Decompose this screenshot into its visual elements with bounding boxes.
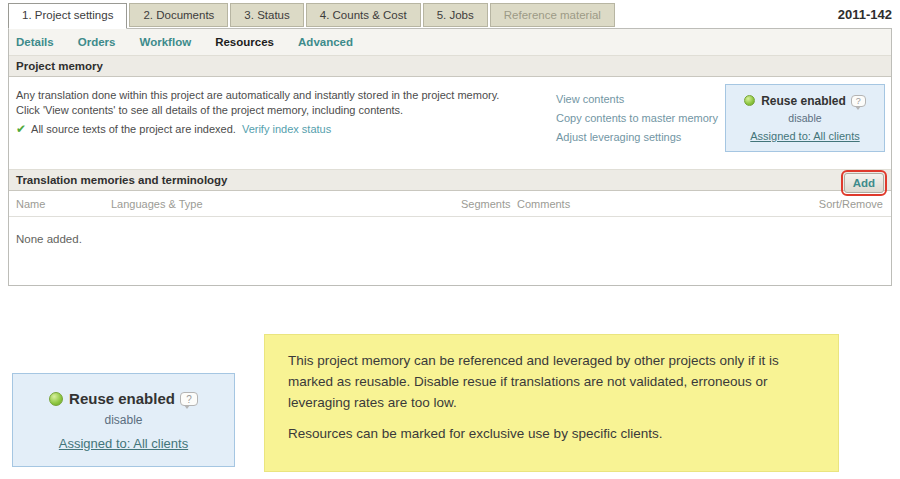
column-comments: Comments — [517, 198, 803, 210]
description-line-2: Click 'View contents' to see all details… — [16, 103, 524, 118]
tab-counts-cost[interactable]: 4. Counts & Cost — [306, 3, 421, 27]
tm-section-title: Translation memories and terminology — [16, 174, 228, 186]
reuse-status-line: Reuse enabled? — [13, 390, 234, 407]
index-status-row: ✔All source texts of the project are ind… — [16, 122, 331, 136]
help-icon[interactable]: ? — [851, 95, 866, 107]
subnav-item-details[interactable]: Details — [16, 36, 54, 48]
subnav: Details Orders Workflow Resources Advanc… — [9, 29, 891, 55]
tm-table-header: Name Languages & Type Segments Comments … — [9, 191, 891, 217]
reuse-status-line: Reuse enabled? — [726, 94, 884, 108]
view-contents-link[interactable]: View contents — [556, 90, 718, 109]
project-id-label: 2011-142 — [838, 7, 892, 22]
column-languages-type: Languages & Type — [111, 198, 461, 210]
tm-section-header: Translation memories and terminology Add — [9, 169, 891, 191]
reuse-status-label: Reuse enabled — [69, 390, 175, 407]
description-line-1: Any translation done within this project… — [16, 88, 524, 103]
column-segments: Segments — [461, 198, 517, 210]
adjust-leveraging-link[interactable]: Adjust leveraging settings — [556, 128, 718, 147]
check-icon: ✔ — [16, 122, 26, 136]
tab-jobs[interactable]: 5. Jobs — [423, 3, 488, 27]
tm-empty-row: None added. — [9, 217, 891, 261]
main-panel: Details Orders Workflow Resources Advanc… — [8, 28, 892, 286]
project-memory-links: View contents Copy contents to master me… — [556, 90, 718, 147]
assigned-to-link[interactable]: Assigned to: All clients — [13, 436, 234, 451]
reuse-status-label: Reuse enabled — [761, 94, 846, 108]
help-icon[interactable]: ? — [180, 392, 198, 406]
column-name: Name — [16, 198, 111, 210]
index-status-text: All source texts of the project are inde… — [31, 123, 236, 135]
status-green-icon — [49, 392, 63, 406]
subnav-item-workflow[interactable]: Workflow — [140, 36, 192, 48]
note-paragraph-1: This project memory can be referenced an… — [288, 350, 780, 413]
note-paragraph-2: Resources can be marked for exclusive us… — [288, 423, 780, 444]
reuse-status-callout: Reuse enabled? disable Assigned to: All … — [12, 373, 235, 467]
tab-bar: 1. Project settings 2. Documents 3. Stat… — [8, 3, 617, 27]
subnav-item-resources[interactable]: Resources — [215, 36, 274, 48]
tab-project-settings[interactable]: 1. Project settings — [8, 3, 127, 29]
annotation-highlight: Add — [841, 170, 887, 196]
add-button[interactable]: Add — [844, 173, 884, 193]
explanation-note: This project memory can be referenced an… — [264, 334, 839, 472]
tab-status[interactable]: 3. Status — [230, 3, 303, 27]
status-green-icon — [744, 95, 755, 106]
project-memory-body: Any translation done within this project… — [9, 77, 891, 169]
tab-reference-material[interactable]: Reference material — [490, 3, 615, 27]
project-memory-description: Any translation done within this project… — [16, 88, 524, 118]
subnav-item-orders[interactable]: Orders — [78, 36, 116, 48]
subnav-item-advanced[interactable]: Advanced — [298, 36, 353, 48]
reuse-status-box: Reuse enabled? disable Assigned to: All … — [725, 84, 885, 152]
tab-documents[interactable]: 2. Documents — [129, 3, 228, 27]
copy-contents-link[interactable]: Copy contents to master memory — [556, 109, 718, 128]
verify-index-status-link[interactable]: Verify index status — [242, 123, 331, 135]
project-memory-header: Project memory — [9, 55, 891, 77]
disable-link[interactable]: disable — [726, 112, 884, 124]
column-sort-remove: Sort/Remove — [803, 198, 883, 210]
assigned-to-link[interactable]: Assigned to: All clients — [726, 130, 884, 142]
disable-link[interactable]: disable — [13, 413, 234, 427]
